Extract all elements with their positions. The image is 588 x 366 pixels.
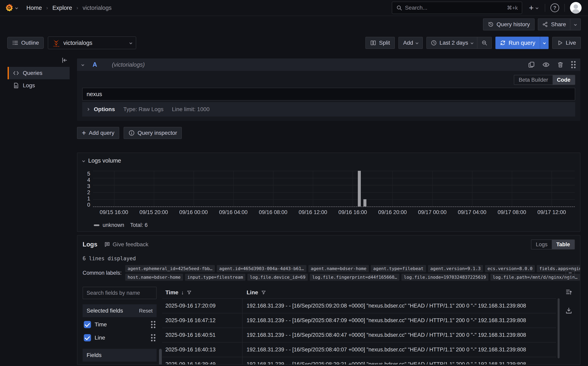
- query-code-input[interactable]: nexus: [82, 88, 575, 100]
- sort-desc-icon[interactable]: ↓: [181, 290, 184, 296]
- view-logs[interactable]: Logs: [531, 240, 552, 249]
- volume-bar[interactable]: [358, 171, 361, 206]
- global-search-input[interactable]: Search... ⌘+k: [392, 2, 522, 14]
- help-button[interactable]: ?: [550, 3, 559, 12]
- legend-series-name[interactable]: unknown: [103, 222, 124, 228]
- line-column-header[interactable]: Line: [247, 289, 258, 296]
- rail-item-logs[interactable]: Logs: [7, 79, 70, 92]
- share-button[interactable]: Share: [538, 19, 570, 30]
- field-row-time[interactable]: Time: [83, 319, 157, 330]
- view-table[interactable]: Table: [552, 240, 574, 249]
- common-label-chip[interactable]: agent.version=9.1.3: [428, 265, 483, 272]
- table-side-actions: [563, 287, 575, 365]
- logs-volume-header[interactable]: Logs volume: [83, 157, 575, 164]
- collapse-pane-icon[interactable]: [61, 57, 68, 64]
- hide-response-eye-icon[interactable]: [542, 61, 550, 68]
- common-label-chip[interactable]: input.type=filestream: [185, 274, 245, 281]
- share-dropdown-button[interactable]: [570, 19, 581, 30]
- explore-toolbar: Outline VictoriaLogs victorialogs Split …: [0, 33, 588, 53]
- fields-scrollbar[interactable]: [159, 349, 162, 365]
- volume-bar[interactable]: [363, 199, 366, 206]
- live-button[interactable]: Live: [552, 37, 581, 49]
- table-scrollbar[interactable]: [558, 298, 560, 358]
- give-feedback-link[interactable]: Give feedback: [104, 241, 148, 248]
- checkbox-checked[interactable]: [84, 334, 91, 341]
- add-dropdown-button[interactable]: Add: [398, 37, 423, 49]
- common-label-chip[interactable]: agent.id=465d3903-004a-4d43-b61…: [217, 265, 306, 272]
- search-fields-input[interactable]: Search fields by name: [83, 287, 157, 299]
- plot-area[interactable]: [93, 171, 575, 206]
- collapse-labels-button[interactable]: −: [566, 267, 575, 279]
- manage-columns-icon-button[interactable]: [565, 288, 572, 296]
- info-circle-icon: [128, 130, 135, 136]
- play-icon: [557, 40, 563, 46]
- gridline-h: [93, 178, 575, 178]
- clock-icon: [431, 40, 437, 46]
- breadcrumb-home[interactable]: Home: [26, 5, 42, 11]
- breadcrumb-current: victorialogs: [83, 5, 112, 11]
- mode-code[interactable]: Code: [553, 75, 575, 84]
- query-ref-id: A: [93, 61, 97, 68]
- common-label-chip[interactable]: ecs.version=8.0.0: [485, 265, 535, 272]
- breadcrumb-explore[interactable]: Explore: [52, 5, 72, 11]
- common-label-chip[interactable]: log.file.inode=1970324837225619: [401, 274, 488, 281]
- datasource-picker[interactable]: VictoriaLogs victorialogs: [48, 37, 136, 49]
- table-row[interactable]: 2025-09-16 16:39:49192.168.31.239 - - [1…: [162, 357, 556, 365]
- field-row-line[interactable]: Line: [83, 332, 157, 343]
- new-menu-button[interactable]: +: [527, 3, 540, 12]
- time-range-button[interactable]: Last 2 days: [427, 37, 477, 48]
- outline-button[interactable]: Outline: [7, 37, 44, 49]
- outline-icon: [12, 40, 18, 46]
- fields-header: Fields: [83, 349, 157, 362]
- time-column-header[interactable]: Time: [165, 289, 178, 296]
- gridline-v: [512, 171, 512, 206]
- duplicate-query-icon[interactable]: [528, 61, 535, 68]
- reset-fields-button[interactable]: Reset: [139, 308, 153, 314]
- gridline-v: [233, 171, 234, 206]
- fields-label: Fields: [87, 352, 102, 358]
- common-label-chip[interactable]: host.name=bdser-home: [125, 274, 183, 281]
- victorialogs-logo-icon: VictoriaLogs: [52, 39, 60, 47]
- chevron-right-icon: [87, 108, 89, 111]
- drag-field-grip-icon[interactable]: [151, 334, 155, 341]
- common-label-chip[interactable]: agent.type=filebeat: [371, 265, 426, 272]
- rail-item-queries[interactable]: Queries: [7, 67, 70, 79]
- add-query-button[interactable]: + Add query: [77, 127, 119, 139]
- table-row[interactable]: 2025-09-16 16:47:12192.168.31.239 - - [1…: [162, 313, 556, 328]
- grafana-logo-icon: [5, 3, 14, 12]
- filter-icon[interactable]: [261, 290, 266, 295]
- common-label-chip[interactable]: log.file.device_id=69: [247, 274, 308, 281]
- filter-icon[interactable]: [187, 290, 192, 295]
- common-label-chip[interactable]: agent.name=bdser-home: [309, 265, 369, 272]
- checkbox-checked[interactable]: [84, 321, 91, 328]
- x-tick-label: 09/16 00:00: [179, 209, 208, 215]
- common-label-chip[interactable]: log.file.fingerprint=d44f165660…: [310, 274, 399, 281]
- table-row[interactable]: 2025-09-16 16:40:13192.168.31.239 - - [1…: [162, 342, 556, 357]
- selected-fields-label: Selected fields: [87, 307, 123, 314]
- run-query-button[interactable]: Run query: [495, 37, 540, 49]
- query-history-button[interactable]: Query history: [483, 18, 535, 30]
- split-button[interactable]: Split: [365, 37, 395, 49]
- query-inspector-button[interactable]: Query inspector: [124, 127, 182, 139]
- logs-panel-title: Logs: [83, 241, 97, 248]
- zoom-out-time-button[interactable]: [477, 37, 491, 48]
- drag-field-grip-icon[interactable]: [151, 321, 155, 328]
- common-label-chip[interactable]: agent.ephemeral_id=425e5eed-fbb…: [125, 265, 215, 272]
- query-row-header[interactable]: A (victorialogs): [77, 59, 581, 71]
- chevron-down-icon: [536, 6, 538, 9]
- table-row[interactable]: 2025-09-16 16:40:51192.168.31.239 - - [1…: [162, 328, 556, 342]
- table-row[interactable]: 2025-09-16 17:20:09192.168.31.239 - - [1…: [162, 298, 556, 313]
- query-options-row[interactable]: Options Type: Raw Logs Line limit: 1000: [82, 102, 575, 116]
- time-range-group: Last 2 days: [426, 37, 492, 49]
- live-label: Live: [566, 40, 576, 46]
- drag-query-grip-icon[interactable]: [571, 61, 576, 68]
- user-avatar[interactable]: [570, 2, 582, 14]
- gridline-h: [93, 206, 575, 207]
- run-query-dropdown-button[interactable]: [540, 37, 549, 49]
- remove-query-trash-icon[interactable]: [557, 61, 564, 68]
- download-icon-button[interactable]: [565, 307, 572, 314]
- y-tick-label: 3: [87, 183, 90, 189]
- common-labels-caption: Common labels:: [83, 270, 122, 276]
- mode-beta-builder[interactable]: Beta Builder: [514, 75, 552, 84]
- grafana-menu-button[interactable]: [5, 3, 18, 12]
